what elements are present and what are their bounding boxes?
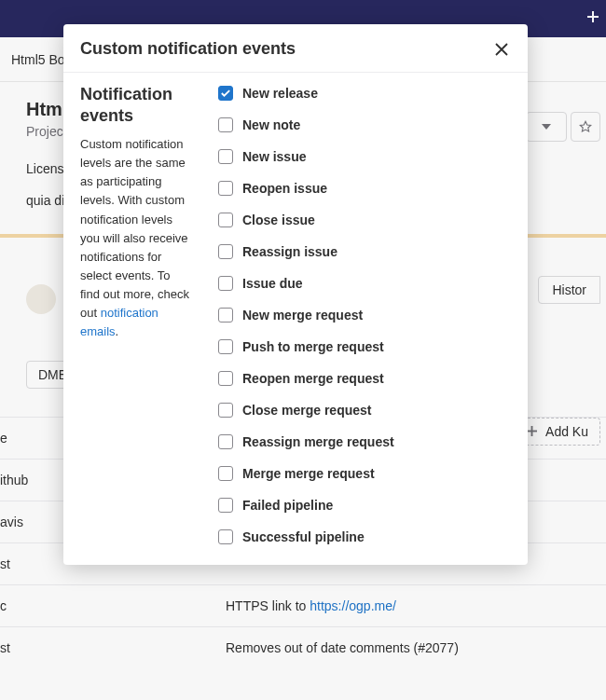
checkbox[interactable]: [218, 276, 233, 291]
checkbox[interactable]: [218, 117, 233, 132]
event-checkbox-row[interactable]: Successful pipeline: [218, 529, 511, 544]
event-label: Reopen merge request: [242, 371, 384, 386]
event-checkbox-row[interactable]: Issue due: [218, 276, 511, 291]
checkbox[interactable]: [218, 181, 233, 196]
checkbox[interactable]: [218, 371, 233, 386]
checkbox[interactable]: [218, 86, 233, 101]
event-checkbox-row[interactable]: New merge request: [218, 308, 511, 323]
checkbox[interactable]: [218, 149, 233, 164]
event-label: Push to merge request: [242, 339, 384, 354]
event-label: New issue: [242, 149, 306, 164]
event-label: New note: [242, 117, 300, 132]
event-label: Reassign issue: [242, 244, 337, 259]
event-label: Reopen issue: [242, 181, 327, 196]
checkbox[interactable]: [218, 529, 233, 544]
event-label: Successful pipeline: [242, 529, 365, 544]
notification-events-list: New releaseNew noteNew issueReopen issue…: [218, 84, 511, 544]
side-heading: Notification events: [80, 84, 192, 126]
event-label: Reassign merge request: [242, 434, 394, 449]
event-checkbox-row[interactable]: New note: [218, 117, 511, 132]
checkbox[interactable]: [218, 339, 233, 354]
checkbox[interactable]: [218, 213, 233, 227]
checkbox[interactable]: [218, 434, 233, 449]
event-checkbox-row[interactable]: New release: [218, 86, 511, 101]
event-checkbox-row[interactable]: Push to merge request: [218, 339, 511, 354]
modal-title: Custom notification events: [80, 39, 296, 59]
event-checkbox-row[interactable]: Close issue: [218, 213, 511, 227]
event-checkbox-row[interactable]: Reopen issue: [218, 181, 511, 196]
checkbox[interactable]: [218, 308, 233, 323]
event-label: New release: [242, 86, 318, 101]
checkbox[interactable]: [218, 466, 233, 481]
close-button[interactable]: [492, 40, 511, 59]
event-checkbox-row[interactable]: Reassign merge request: [218, 434, 511, 449]
event-label: Merge merge request: [242, 466, 375, 481]
event-label: Issue due: [242, 276, 303, 291]
event-checkbox-row[interactable]: Reopen merge request: [218, 371, 511, 386]
event-label: Close merge request: [242, 403, 372, 418]
side-description: Custom notification levels are the same …: [80, 135, 192, 342]
event-label: Failed pipeline: [242, 498, 333, 513]
event-checkbox-row[interactable]: Close merge request: [218, 403, 511, 418]
event-label: Close issue: [242, 213, 315, 227]
custom-notification-modal: Custom notification events Notification …: [63, 24, 528, 565]
checkbox[interactable]: [218, 498, 233, 513]
event-label: New merge request: [242, 308, 363, 323]
checkbox[interactable]: [218, 244, 233, 259]
event-checkbox-row[interactable]: New issue: [218, 149, 511, 164]
checkbox[interactable]: [218, 403, 233, 418]
event-checkbox-row[interactable]: Merge merge request: [218, 466, 511, 481]
event-checkbox-row[interactable]: Reassign issue: [218, 244, 511, 259]
event-checkbox-row[interactable]: Failed pipeline: [218, 498, 511, 513]
